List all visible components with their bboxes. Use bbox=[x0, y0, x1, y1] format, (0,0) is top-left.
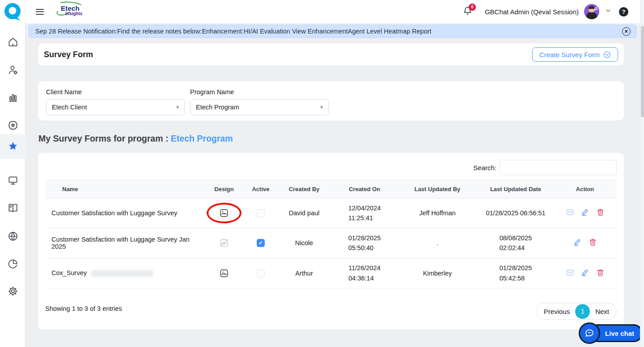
design-cell-disabled bbox=[207, 232, 242, 254]
brand-subname: Insights bbox=[65, 11, 82, 16]
created-on-date: 12/04/2024 bbox=[348, 205, 381, 212]
delete-icon[interactable] bbox=[589, 238, 597, 247]
column-header-created-on[interactable]: Created On bbox=[331, 180, 398, 198]
section-heading-prefix: My Survey Forms for program : bbox=[38, 134, 171, 143]
column-header-action[interactable]: Action bbox=[554, 180, 616, 198]
program-name-label: Program Name bbox=[190, 88, 329, 96]
etech-insights-logo: Etech Insights bbox=[57, 3, 86, 21]
help-glyph: ? bbox=[622, 8, 626, 15]
pie-chart-icon bbox=[7, 258, 19, 270]
current-page-indicator[interactable]: 1 bbox=[575, 304, 590, 319]
page-scrollbar bbox=[640, 0, 644, 347]
created-on-date: 11/26/2024 bbox=[348, 264, 381, 272]
table-header-row: Name Design Active Created By Created On… bbox=[46, 180, 616, 198]
client-name-label: Client Name bbox=[46, 88, 185, 96]
qeval-logo[interactable] bbox=[3, 2, 22, 21]
globe-icon bbox=[7, 230, 19, 242]
menu-toggle-icon[interactable] bbox=[36, 7, 44, 16]
design-image-icon[interactable] bbox=[219, 208, 229, 218]
column-header-created-by[interactable]: Created By bbox=[277, 180, 331, 198]
program-filter: Program Name Etech Program ▾ bbox=[190, 88, 329, 115]
user-session-label: GBChat Admin (Qeval Session) bbox=[485, 8, 579, 16]
created-on: 01/28/202505:50:40 bbox=[348, 233, 381, 253]
created-on-date: 01/28/2025 bbox=[348, 234, 381, 242]
action-cell bbox=[566, 268, 605, 277]
user-settings-icon bbox=[7, 64, 19, 76]
created-on-time: 04:36:14 bbox=[348, 275, 373, 282]
sidebar-item-monitoring[interactable] bbox=[0, 168, 25, 192]
action-cell bbox=[566, 208, 605, 217]
sidebar-item-reports[interactable] bbox=[0, 85, 25, 109]
notifications-button[interactable]: 0 bbox=[463, 6, 472, 17]
edit-icon[interactable] bbox=[573, 238, 582, 247]
sidebar-item-settings[interactable] bbox=[0, 279, 25, 303]
sidebar-item-global[interactable] bbox=[0, 224, 25, 248]
help-button[interactable]: ? bbox=[619, 7, 628, 17]
edit-icon[interactable] bbox=[581, 268, 589, 277]
column-header-last-updated-by[interactable]: Last Updated By bbox=[398, 180, 477, 198]
survey-table-card: Search: Name Design Active Created By Cr… bbox=[38, 153, 624, 330]
sidebar-item-library[interactable] bbox=[0, 196, 25, 220]
survey-table: Name Design Active Created By Created On… bbox=[46, 180, 616, 288]
pagination: Previous 1 Next bbox=[536, 303, 617, 320]
previous-page-button[interactable]: Previous bbox=[544, 308, 570, 315]
last-updated-by: Kimberley bbox=[398, 258, 477, 288]
last-updated-by: . bbox=[398, 228, 477, 258]
release-banner: Sep 28 Release Notification:Find the rel… bbox=[29, 25, 637, 38]
mail-icon[interactable] bbox=[566, 268, 574, 277]
last-updated-date-line1: 08/08/2025 bbox=[500, 234, 532, 242]
column-header-last-updated-date[interactable]: Last Updated Date bbox=[477, 180, 554, 198]
chat-bubble-icon bbox=[579, 322, 600, 344]
client-select-value: Etech Client bbox=[52, 104, 87, 111]
survey-name: Cox_Survey bbox=[51, 269, 87, 276]
column-header-active[interactable]: Active bbox=[245, 180, 277, 198]
sidebar-item-users[interactable] bbox=[0, 58, 25, 82]
column-header-name[interactable]: Name bbox=[46, 180, 203, 198]
table-row: Customer Satisfaction with Luggage Surve… bbox=[46, 198, 616, 228]
created-by: Arthur bbox=[277, 258, 331, 288]
delete-icon[interactable] bbox=[596, 268, 605, 277]
program-link[interactable]: Etech Program bbox=[171, 134, 233, 143]
mail-icon[interactable] bbox=[566, 208, 574, 217]
page-title: Survey Form bbox=[44, 50, 93, 59]
avatar[interactable] bbox=[584, 4, 599, 19]
profile-menu-toggle[interactable] bbox=[605, 7, 612, 16]
sidebar bbox=[0, 0, 25, 347]
active-checkbox-unchecked[interactable] bbox=[257, 269, 265, 277]
chevron-down-circle-icon bbox=[603, 51, 611, 59]
caret-down-icon: ▾ bbox=[176, 104, 179, 110]
release-banner-text: Sep 28 Release Notification:Find the rel… bbox=[29, 28, 432, 35]
active-checkbox-checked[interactable]: ✓ bbox=[257, 239, 265, 247]
column-header-design[interactable]: Design bbox=[203, 180, 245, 198]
sidebar-item-analytics[interactable] bbox=[0, 252, 25, 276]
award-badge-icon bbox=[7, 120, 19, 131]
client-select[interactable]: Etech Client ▾ bbox=[46, 99, 185, 115]
created-by: David paul bbox=[277, 198, 331, 228]
create-survey-form-button[interactable]: Create Survey Form bbox=[532, 47, 618, 62]
caret-down-icon: ▾ bbox=[320, 104, 323, 110]
redacted-text bbox=[91, 270, 153, 277]
live-chat-label: Live chat bbox=[605, 330, 634, 337]
live-chat-button[interactable]: Live chat bbox=[579, 322, 643, 344]
design-image-icon[interactable] bbox=[219, 268, 229, 278]
create-survey-form-label: Create Survey Form bbox=[539, 51, 600, 59]
bar-chart-icon bbox=[7, 92, 19, 103]
next-page-button[interactable]: Next bbox=[595, 308, 609, 315]
scrollbar-thumb[interactable] bbox=[641, 26, 644, 117]
banner-close-button[interactable]: ✕ bbox=[622, 27, 631, 36]
delete-icon[interactable] bbox=[596, 208, 605, 217]
survey-name: Customer Satisfaction with Luggage Surve… bbox=[46, 198, 203, 228]
search-row: Search: bbox=[473, 160, 617, 175]
search-label: Search: bbox=[473, 164, 496, 171]
program-select[interactable]: Etech Program ▾ bbox=[190, 99, 329, 115]
entries-summary: Showing 1 to 3 of 3 entries bbox=[45, 305, 122, 312]
search-input[interactable] bbox=[500, 160, 617, 175]
sidebar-item-home[interactable] bbox=[0, 30, 25, 54]
created-on: 12/04/202411:25:41 bbox=[348, 203, 381, 223]
topbar-right: 0 GBChat Admin (Qeval Session) ? bbox=[463, 4, 644, 19]
created-on-time: 11:25:41 bbox=[348, 214, 373, 222]
design-cell bbox=[207, 202, 242, 224]
active-checkbox-unchecked[interactable] bbox=[257, 209, 265, 217]
sidebar-item-survey-active[interactable] bbox=[0, 134, 25, 159]
edit-icon[interactable] bbox=[581, 208, 589, 217]
